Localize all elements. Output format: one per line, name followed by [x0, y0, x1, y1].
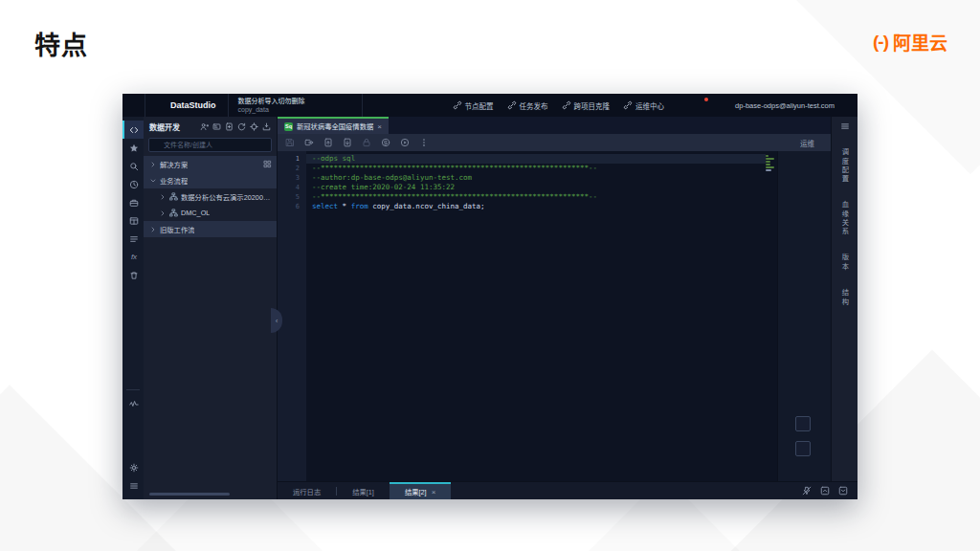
activity-item-gear[interactable] [122, 458, 144, 476]
dots-icon[interactable] [419, 138, 429, 147]
refresh-icon[interactable] [237, 122, 246, 131]
chevron-down-icon[interactable] [149, 177, 157, 185]
explorer-toolbar [200, 122, 271, 131]
horizontal-scrollbar[interactable] [149, 493, 230, 496]
grid-icon[interactable] [263, 160, 272, 168]
header-menu-item[interactable]: 任务发布 [507, 100, 548, 111]
scroll-top-button[interactable] [795, 416, 811, 431]
panel-menu-icon[interactable] [840, 121, 850, 131]
app-body: fx 数据开发 解决方案业务流程数据分析公有云演示20200226DMC_OL旧… [122, 117, 858, 499]
card-icon[interactable] [212, 122, 221, 131]
stop-circle-icon[interactable] [381, 138, 390, 147]
rail-item[interactable]: 调度配置 [840, 148, 850, 184]
user-add-icon[interactable] [200, 122, 209, 131]
header-menu-item[interactable]: 运维中心 [623, 100, 664, 111]
product-switcher[interactable]: DataStudio [145, 94, 229, 117]
activity-item-star[interactable] [122, 139, 144, 157]
membership-button[interactable] [716, 99, 725, 111]
activity-item-briefcase[interactable] [122, 193, 144, 211]
link-icon [453, 100, 462, 110]
code-editor[interactable]: 123456 --odps sql--*********************… [278, 151, 831, 481]
code-line: --author:dp-base-odps@aliyun-test.com [306, 173, 766, 183]
header-menu-item[interactable]: 跨项目克隆 [562, 100, 611, 111]
panel-down-icon[interactable] [838, 486, 848, 496]
activity-item-table[interactable] [122, 211, 144, 230]
header-menu-label: 运维中心 [635, 100, 664, 111]
line-number: 6 [278, 202, 306, 211]
file-tree: 解决方案业务流程数据分析公有云演示20200226DMC_OL旧版工作流 [144, 156, 277, 237]
import-icon[interactable] [262, 122, 271, 131]
activity-item-fx[interactable]: fx [122, 248, 144, 266]
code-token: --odps sql [312, 154, 355, 163]
activity-item-code[interactable] [122, 121, 144, 139]
tree-row[interactable]: 旧版工作流 [144, 221, 277, 237]
chevron-right-icon[interactable] [149, 161, 157, 168]
bottom-tab-label: 结果[1] [352, 487, 374, 496]
chevron-right-icon[interactable] [159, 209, 167, 217]
activity-item-wave[interactable] [122, 394, 144, 412]
editor-tab[interactable]: Sq 新冠状病毒全国疫情数据 × [278, 117, 389, 134]
rail-item[interactable]: 结构 [840, 289, 850, 307]
minimap[interactable] [766, 151, 777, 481]
search-input[interactable] [164, 142, 256, 148]
play-circle-icon[interactable] [400, 138, 410, 147]
rail-item[interactable]: 血缘关系 [840, 201, 850, 236]
tree-label: 旧版工作流 [160, 225, 194, 234]
dataworks-logo[interactable] [122, 94, 145, 117]
code-token: copy_data.ncov_china_data; [368, 202, 485, 210]
file-add-icon[interactable] [225, 122, 234, 131]
tree-row[interactable]: 数据分析公有云演示20200226 [144, 188, 277, 205]
tree-row[interactable]: 业务流程 [144, 172, 277, 188]
search-icon [153, 142, 161, 149]
save-icon[interactable] [285, 138, 295, 147]
pin-off-icon[interactable] [802, 486, 812, 496]
minimap-line [766, 155, 768, 157]
minimap-line [766, 158, 774, 160]
submit-icon[interactable] [304, 138, 314, 147]
code-token: --**************************************… [312, 164, 597, 172]
bottom-tab-close-icon[interactable]: × [432, 488, 436, 496]
target-icon[interactable] [250, 122, 258, 131]
menu-icon [129, 481, 139, 491]
activity-item-trash[interactable] [122, 266, 144, 284]
activity-item-menu[interactable] [122, 476, 144, 495]
header-search-button[interactable] [678, 99, 687, 111]
file-up-icon[interactable] [323, 138, 333, 147]
minimap-line [766, 161, 770, 163]
header-menu-item[interactable]: 节点配置 [453, 100, 494, 111]
header-more-button[interactable] [842, 99, 852, 111]
search-box[interactable] [148, 138, 272, 152]
lock-icon[interactable] [362, 138, 371, 147]
activity-item-list[interactable] [122, 230, 144, 248]
code-line: --create time:2020-02-24 11:35:22 [306, 183, 766, 192]
chevron-right-icon[interactable] [149, 226, 157, 233]
sql-file-icon: Sq [284, 122, 293, 131]
file-down-icon[interactable] [343, 138, 352, 147]
om-link[interactable]: 运维 [800, 138, 823, 148]
fullscreen-button[interactable] [795, 441, 811, 456]
bottom-tab[interactable]: 结果[2]× [390, 482, 451, 499]
notifications-button[interactable] [697, 99, 706, 111]
code-line: --**************************************… [306, 192, 766, 202]
external-link-icon [816, 140, 823, 146]
rail-item[interactable]: 版本 [840, 253, 850, 272]
chevron-right-icon[interactable] [159, 193, 167, 201]
workspace-selector[interactable]: 数据分析导入切勿删除 copy_data [229, 94, 363, 117]
activity-item-clock[interactable] [122, 175, 144, 193]
account-email[interactable]: dp-base-odps@aliyun-test.com [735, 101, 835, 110]
explorer-title: 数据开发 [149, 121, 180, 132]
bottom-tab[interactable]: 结果[1] [337, 482, 390, 499]
tree-row[interactable]: DMC_OL [144, 205, 277, 221]
editor-region: Sq 新冠状病毒全国疫情数据 × 运维 [278, 117, 858, 499]
bottom-tab[interactable]: 运行日志 [278, 482, 336, 499]
minimap-line [766, 169, 771, 171]
tree-row[interactable]: 解决方案 [144, 156, 277, 172]
tab-close-icon[interactable]: × [377, 122, 382, 131]
header-menu-label: 节点配置 [465, 100, 494, 111]
app-header: DataStudio 数据分析导入切勿删除 copy_data 节点配置任务发布… [122, 94, 858, 117]
bottom-bar-icons [802, 482, 858, 499]
code-line: --odps sql [306, 154, 766, 164]
panel-up-icon[interactable] [820, 486, 830, 496]
filter-icon[interactable] [259, 142, 267, 149]
activity-item-search[interactable] [122, 157, 144, 175]
